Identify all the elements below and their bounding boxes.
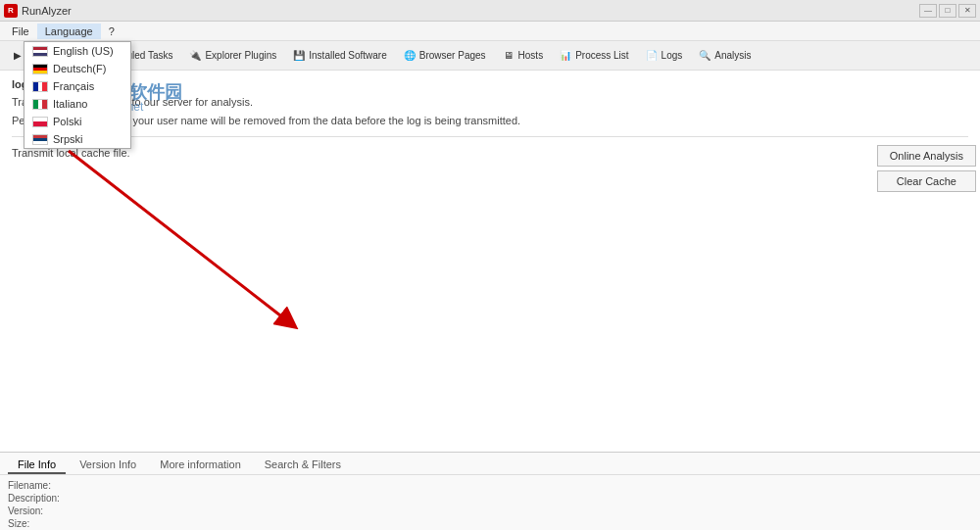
right-buttons: Online Analysis Clear Cache xyxy=(873,141,980,196)
toolbar: ▶ Autostart 📋 Scheduled Tasks 🔌 Explorer… xyxy=(0,41,980,71)
toolbar-analysis[interactable]: 🔍 Analysis xyxy=(691,46,758,66)
red-arrow-overlay xyxy=(0,141,980,455)
bottom-panel: File Info Version Info More information … xyxy=(0,452,980,530)
info-row-filename: Filename: xyxy=(8,479,972,492)
section-title: log information: xyxy=(12,78,968,90)
installed-software-label: Installed Software xyxy=(309,50,387,61)
tab-file-info[interactable]: File Info xyxy=(8,457,66,474)
lang-english-label: English (US) xyxy=(53,45,114,57)
info-line-3: Transmit local cache file. xyxy=(12,145,968,162)
lang-italiano-label: Italiano xyxy=(53,98,87,110)
title-bar-left: R RunAlyzer xyxy=(4,4,72,18)
lang-francais[interactable]: Français xyxy=(24,77,130,95)
size-label: Size: xyxy=(8,518,86,529)
bottom-info: Filename: Description: Version: Size: MD… xyxy=(0,475,980,530)
close-button[interactable]: ✕ xyxy=(958,4,976,18)
version-label: Version: xyxy=(8,506,86,516)
divider xyxy=(12,136,968,137)
svg-line-1 xyxy=(69,151,289,322)
title-text: RunAlyzer xyxy=(22,5,72,17)
tab-more-information[interactable]: More information xyxy=(150,457,251,474)
tab-search-filters[interactable]: Search & Filters xyxy=(255,457,351,474)
flag-pl-icon xyxy=(32,117,48,127)
process-list-label: Process List xyxy=(575,50,628,61)
maximize-button[interactable]: □ xyxy=(939,4,956,18)
browser-pages-icon: 🌐 xyxy=(403,49,416,63)
menu-language[interactable]: Language xyxy=(37,24,101,39)
tab-version-info[interactable]: Version Info xyxy=(70,457,146,474)
flag-de-icon xyxy=(32,64,48,74)
info-line-2: Personal information like your user name… xyxy=(12,113,968,129)
info-row-version: Version: xyxy=(8,505,972,517)
toolbar-hosts[interactable]: 🖥 Hosts xyxy=(495,46,551,66)
lang-srpski-label: Srpski xyxy=(53,133,83,145)
flag-it-icon xyxy=(32,99,48,110)
language-dropdown: English (US) Deutsch(F) Français Italian… xyxy=(24,41,131,149)
content-area: log information: Transmit known log data… xyxy=(0,71,980,171)
menu-help[interactable]: ? xyxy=(101,24,122,39)
flag-us-icon xyxy=(32,46,48,57)
lang-francais-label: Français xyxy=(53,80,94,92)
info-row-size: Size: xyxy=(8,517,972,530)
lang-srpski[interactable]: Srpski xyxy=(24,130,130,148)
browser-pages-label: Browser Pages xyxy=(419,50,486,61)
app-icon: R xyxy=(4,4,18,18)
lang-deutsch[interactable]: Deutsch(F) xyxy=(24,60,130,77)
toolbar-logs[interactable]: 📄 Logs xyxy=(638,46,690,66)
explorer-plugins-label: Explorer Plugins xyxy=(205,50,276,61)
logs-icon: 📄 xyxy=(645,49,659,63)
window-controls: — □ ✕ xyxy=(919,4,976,18)
bottom-tabs: File Info Version Info More information … xyxy=(0,453,980,475)
logs-label: Logs xyxy=(662,50,683,61)
description-label: Description: xyxy=(8,493,86,504)
toolbar-installed-software[interactable]: 💾 Installed Software xyxy=(285,46,394,66)
filename-label: Filename: xyxy=(8,480,86,491)
installed-software-icon: 💾 xyxy=(292,49,306,63)
flag-fr-icon xyxy=(32,81,48,92)
info-row-description: Description: xyxy=(8,492,972,505)
autostart-icon: ▶ xyxy=(11,49,24,63)
hosts-label: Hosts xyxy=(518,50,544,61)
process-list-icon: 📊 xyxy=(559,49,572,63)
lang-polski-label: Polski xyxy=(53,116,81,127)
menu-bar: File Language ? English (US) Deutsch(F) … xyxy=(0,22,980,41)
flag-rs-icon xyxy=(32,134,48,145)
toolbar-browser-pages[interactable]: 🌐 Browser Pages xyxy=(396,46,493,66)
clear-cache-button[interactable]: Clear Cache xyxy=(877,170,976,192)
title-bar: R RunAlyzer — □ ✕ xyxy=(0,0,980,22)
lang-english[interactable]: English (US) xyxy=(24,42,130,60)
lang-polski[interactable]: Polski xyxy=(24,113,130,130)
minimize-button[interactable]: — xyxy=(919,4,937,18)
toolbar-explorer-plugins[interactable]: 🔌 Explorer Plugins xyxy=(181,46,283,66)
analysis-label: Analysis xyxy=(714,50,751,61)
info-line-1: Transmit known log data to our server fo… xyxy=(12,94,968,111)
explorer-plugins-icon: 🔌 xyxy=(188,49,202,63)
lang-deutsch-label: Deutsch(F) xyxy=(53,63,106,74)
online-analysis-button[interactable]: Online Analysis xyxy=(877,145,976,167)
hosts-icon: 🖥 xyxy=(502,49,515,63)
lang-italiano[interactable]: Italiano xyxy=(24,95,130,113)
analysis-icon: 🔍 xyxy=(698,49,711,63)
toolbar-process-list[interactable]: 📊 Process List xyxy=(552,46,635,66)
menu-file[interactable]: File xyxy=(4,24,37,39)
